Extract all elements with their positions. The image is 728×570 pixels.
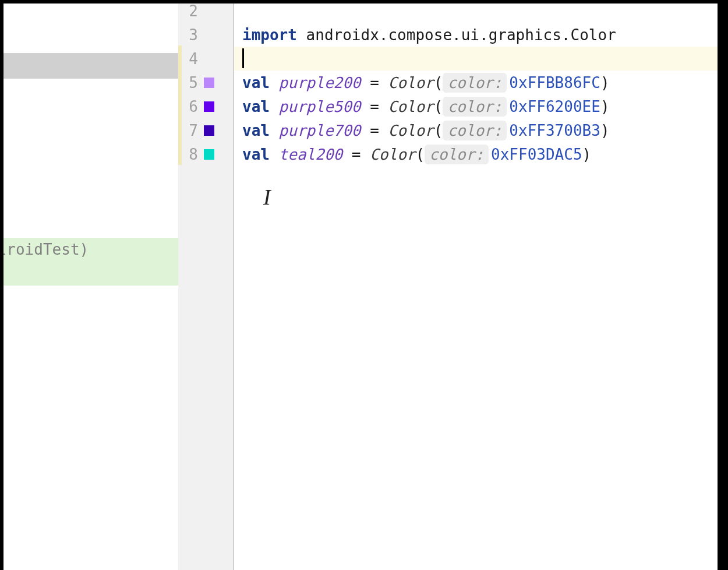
- line-number[interactable]: 6: [178, 98, 198, 115]
- mouse-text-cursor-icon: I: [263, 184, 271, 210]
- line-number[interactable]: 5: [178, 74, 198, 92]
- current-line-highlight: [234, 47, 728, 71]
- line-number[interactable]: 7: [178, 122, 198, 139]
- project-sidebar: lroidTest) t): [3, 3, 178, 570]
- parameter-hint: color:: [425, 145, 489, 164]
- code-line[interactable]: val teal200 = Color( color:0xFF03DAC5): [242, 142, 591, 166]
- code-line[interactable]: val purple500 = Color( color:0xFF6200EE): [242, 94, 610, 118]
- code-line[interactable]: val purple200 = Color( color:0xFFBB86FC): [242, 71, 610, 94]
- code-line[interactable]: import androidx.compose.ui.graphics.Colo…: [242, 23, 616, 47]
- code-editor[interactable]: import androidx.compose.ui.graphics.Colo…: [234, 3, 728, 570]
- color-swatch-icon[interactable]: [204, 78, 214, 88]
- color-swatch-icon[interactable]: [204, 125, 214, 136]
- right-window-edge: [718, 3, 728, 570]
- sidebar-selection[interactable]: [3, 53, 178, 79]
- editor-gutter: 2 3 4 5 6 7 8: [178, 3, 234, 570]
- line-number[interactable]: 3: [178, 26, 198, 44]
- parameter-hint: color:: [443, 97, 507, 117]
- text-caret: [242, 48, 244, 68]
- sidebar-sourceset-box[interactable]: lroidTest) t): [0, 238, 178, 286]
- line-number[interactable]: 8: [178, 146, 198, 163]
- parameter-hint: color:: [443, 121, 507, 140]
- line-number[interactable]: 2: [178, 2, 198, 20]
- code-line[interactable]: val purple700 = Color( color:0xFF3700B3): [242, 118, 610, 142]
- color-swatch-icon[interactable]: [204, 101, 214, 112]
- parameter-hint: color:: [443, 73, 507, 93]
- line-number[interactable]: 4: [178, 50, 198, 68]
- color-swatch-icon[interactable]: [204, 149, 214, 160]
